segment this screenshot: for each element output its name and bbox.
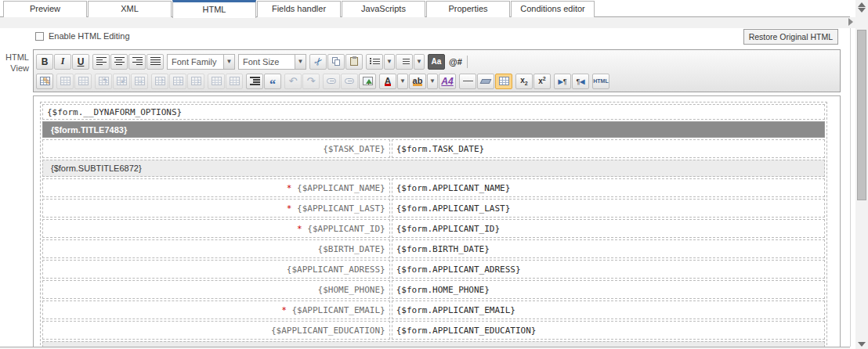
options-cell[interactable]: {$form.__DYNAFORM_OPTIONS} bbox=[42, 104, 825, 120]
tab-preview[interactable]: Preview bbox=[3, 1, 87, 17]
bullet-list-dropdown[interactable]: ▼ bbox=[384, 54, 395, 70]
ltr-button[interactable]: ▶¶ bbox=[554, 74, 571, 89]
field-value-cell[interactable]: {$form.APPLICANT_ID} bbox=[392, 219, 825, 238]
insert-image-button[interactable] bbox=[359, 74, 376, 89]
table-cell-properties-button[interactable] bbox=[74, 74, 92, 89]
scroll-down-icon[interactable] bbox=[858, 342, 866, 347]
character-map-button[interactable]: Aa bbox=[428, 54, 445, 70]
field-label-cell[interactable]: {$TASK_DATE} bbox=[42, 139, 390, 158]
superscript-button[interactable]: x2 bbox=[533, 74, 551, 89]
scrollbar-arrows[interactable] bbox=[857, 2, 866, 13]
tab-fields-handler[interactable]: Fields handler bbox=[257, 1, 341, 17]
html-source-button[interactable]: HTML bbox=[592, 74, 609, 89]
rtl-button[interactable]: ¶◀ bbox=[572, 74, 589, 89]
field-value-cell[interactable]: {$form.TASK_DATE} bbox=[392, 139, 825, 158]
font-style-button[interactable]: A4 bbox=[439, 74, 456, 89]
merge-cells-icon bbox=[230, 77, 240, 85]
chevron-down-icon: ▼ bbox=[429, 77, 436, 85]
subscript-button[interactable]: x2 bbox=[515, 74, 533, 89]
insert-row-after-button[interactable]: ↲ bbox=[113, 74, 130, 89]
bold-button[interactable]: B bbox=[36, 54, 53, 70]
field-value-cell[interactable]: {$form.HOME_PHONE} bbox=[392, 280, 825, 299]
align-justify-button[interactable] bbox=[146, 54, 164, 70]
field-label-cell[interactable]: * {$APPLICANT_ID} bbox=[42, 219, 390, 238]
insert-column-before-button[interactable]: ↑ bbox=[151, 74, 168, 89]
title-cell[interactable]: {$form.TITLE7483} bbox=[42, 121, 825, 138]
insert-link-button[interactable] bbox=[323, 74, 340, 89]
field-value-cell[interactable]: {$form.APPLICANT_EDUCATION} bbox=[392, 321, 825, 340]
font-family-dropdown-icon[interactable]: ▼ bbox=[223, 54, 235, 70]
visual-aid-button[interactable] bbox=[495, 74, 512, 89]
field-label-cell[interactable]: * {$APPLICANT_LAST} bbox=[42, 199, 390, 218]
field-value-cell[interactable]: {$form.APPLICANT_LAST} bbox=[392, 199, 825, 218]
merge-cells-button[interactable] bbox=[226, 74, 243, 89]
field-label-cell[interactable]: {$APPLICANT_ADRESS} bbox=[42, 260, 390, 279]
redo-button[interactable]: ↷ bbox=[302, 74, 320, 89]
field-label: {$APPLICANT_ADRESS} bbox=[287, 264, 385, 275]
remove-formatting-button[interactable] bbox=[477, 74, 494, 89]
field-value-cell[interactable]: {$form.BIRTH_DATE} bbox=[392, 239, 825, 258]
blockquote-button[interactable]: “ bbox=[264, 74, 281, 89]
font-family-select[interactable]: Font Family ▼ bbox=[167, 54, 235, 70]
italic-button[interactable]: I bbox=[54, 54, 71, 70]
font-family-value: Font Family bbox=[167, 54, 223, 70]
horizontal-rule-button[interactable] bbox=[459, 74, 476, 89]
delete-column-icon: ↓ bbox=[191, 77, 201, 85]
tab-conditions-editor[interactable]: Conditions editor bbox=[511, 1, 595, 17]
copy-button[interactable] bbox=[327, 54, 345, 70]
scrollbar-bottom-arrow[interactable] bbox=[857, 341, 866, 347]
tab-html[interactable]: HTML bbox=[172, 0, 256, 18]
highlight-color-button[interactable]: ab bbox=[409, 74, 426, 89]
align-right-button[interactable] bbox=[128, 54, 146, 70]
insert-table-button[interactable]: ✎ bbox=[36, 74, 53, 89]
font-size-dropdown-icon[interactable]: ▼ bbox=[295, 54, 306, 70]
scroll-down-icon[interactable] bbox=[858, 8, 866, 13]
field-value-cell[interactable]: {$form.APPLICANT_ADRESS} bbox=[392, 260, 825, 279]
field-label-cell[interactable]: {$BIRTH_DATE} bbox=[42, 239, 390, 258]
indent-button[interactable] bbox=[246, 74, 263, 89]
tab-xml[interactable]: XML bbox=[88, 1, 172, 17]
paste-button[interactable] bbox=[345, 54, 363, 70]
delete-row-button[interactable]: → bbox=[131, 74, 148, 89]
text-color-dropdown[interactable]: ▼ bbox=[397, 74, 408, 89]
table-row-properties-button[interactable] bbox=[56, 74, 74, 89]
field-label-cell[interactable]: * {$APPLICANT_EMAIL} bbox=[42, 300, 390, 319]
align-left-button[interactable] bbox=[92, 54, 110, 70]
field-value-cell[interactable]: {$form.APPLICANT_NAME} bbox=[392, 178, 825, 197]
delete-column-button[interactable]: ↓ bbox=[187, 74, 204, 89]
insert-column-after-button[interactable]: ↓ bbox=[169, 74, 186, 89]
field-label: {$APPLICANT_EDUCATION} bbox=[271, 326, 385, 336]
subtitle-cell[interactable] bbox=[42, 341, 825, 347]
field-label-cell[interactable]: {$HOME_PHONE} bbox=[42, 280, 390, 299]
field-label-cell[interactable]: * {$APPLICANT_NAME} bbox=[42, 178, 390, 197]
tab-javascripts[interactable]: JavaScripts bbox=[342, 1, 425, 17]
vertical-scrollbar[interactable] bbox=[855, 0, 868, 349]
tab-scroll-right-icon[interactable] bbox=[848, 18, 853, 26]
cut-icon: ✂ bbox=[311, 55, 326, 69]
text-color-button[interactable]: A bbox=[379, 74, 396, 89]
align-center-button[interactable] bbox=[110, 54, 128, 70]
insert-row-before-button[interactable]: ↰ bbox=[95, 74, 112, 89]
chevron-down-icon: ▼ bbox=[386, 58, 392, 65]
restore-original-html-button[interactable]: Restore Original HTML bbox=[743, 29, 838, 45]
field-value-cell[interactable]: {$form.APPLICANT_EMAIL} bbox=[392, 300, 825, 319]
split-cells-button[interactable] bbox=[208, 74, 225, 89]
unlink-button[interactable] bbox=[341, 74, 358, 89]
scroll-up-icon[interactable] bbox=[858, 2, 866, 7]
enable-html-editing-checkbox[interactable] bbox=[35, 32, 44, 41]
html-editor-canvas[interactable]: {$form.__DYNAFORM_OPTIONS}{$form.TITLE74… bbox=[33, 95, 841, 347]
cut-button[interactable]: ✂ bbox=[309, 54, 327, 70]
scrollbar-thumb[interactable] bbox=[857, 30, 866, 200]
insert-variable-button[interactable]: @# bbox=[449, 57, 462, 67]
bullet-list-button[interactable] bbox=[366, 54, 383, 70]
undo-button[interactable]: ↶ bbox=[284, 74, 302, 89]
field-label-cell[interactable]: {$APPLICANT_EDUCATION} bbox=[42, 321, 390, 340]
numbered-list-button[interactable] bbox=[396, 54, 413, 70]
tab-properties[interactable]: Properties bbox=[426, 1, 510, 17]
underline-button[interactable]: U bbox=[72, 54, 89, 70]
numbered-list-dropdown[interactable]: ▼ bbox=[414, 54, 425, 70]
highlight-color-dropdown[interactable]: ▼ bbox=[427, 74, 438, 89]
table-row: * {$APPLICANT_EMAIL} {$form.APPLICANT_EM… bbox=[42, 300, 825, 319]
subtitle-cell[interactable]: {$form.SUBTITLE6872} bbox=[42, 160, 825, 177]
font-size-select[interactable]: Font Size ▼ bbox=[238, 54, 306, 70]
